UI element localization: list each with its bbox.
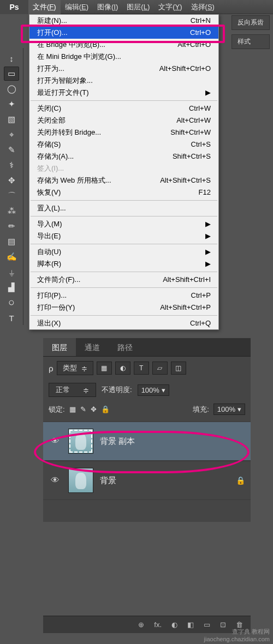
- tool-button[interactable]: ✥: [4, 173, 19, 188]
- menu-item[interactable]: 关闭全部Alt+Ctrl+W: [29, 115, 218, 127]
- blend-mode-dropdown[interactable]: 正常≑: [49, 383, 96, 397]
- layer-row[interactable]: 👁 背景 🔒: [43, 461, 251, 500]
- file-dropdown: 新建(N)...Ctrl+N打开(O)...Ctrl+O在 Bridge 中浏览…: [29, 14, 219, 330]
- footer-icon[interactable]: ◐: [171, 621, 177, 629]
- tab-channels[interactable]: 通道: [76, 338, 109, 356]
- menu-text[interactable]: 文字(Y): [154, 0, 186, 14]
- tool-button[interactable]: ⌒: [4, 189, 19, 203]
- menu-item[interactable]: 置入(L)...: [29, 202, 218, 214]
- chevron-down-icon: ▾: [162, 386, 165, 394]
- chevron-down-icon: ≑: [81, 364, 87, 372]
- chevron-down-icon: ≑: [83, 386, 89, 394]
- tool-button[interactable]: ↕: [4, 51, 19, 65]
- lock-transparent-icon[interactable]: ▦: [69, 405, 76, 413]
- tool-button[interactable]: ◯: [4, 82, 19, 96]
- menu-item: 签入(I)...: [29, 162, 218, 174]
- footer-icon[interactable]: fx.: [154, 621, 162, 629]
- footer-icon[interactable]: ⊕: [138, 621, 144, 629]
- menu-file[interactable]: 文件(F): [28, 0, 61, 14]
- right-button-1[interactable]: 反向系齿: [232, 15, 270, 30]
- filter-adjust-icon[interactable]: ◐: [115, 362, 130, 375]
- footer-icon[interactable]: ◧: [187, 621, 194, 629]
- menu-item[interactable]: 存储为(A)...Shift+Ctrl+S: [29, 151, 218, 162]
- filter-shape-icon[interactable]: ▱: [152, 362, 168, 375]
- fill-label: 填充:: [193, 405, 209, 414]
- filter-text-icon[interactable]: T: [134, 362, 149, 375]
- menu-item[interactable]: 脚本(R)▶: [29, 258, 218, 270]
- tool-button[interactable]: ▭: [4, 67, 19, 81]
- lock-icon: 🔒: [236, 476, 245, 485]
- tool-button[interactable]: ⌖: [4, 128, 19, 142]
- layer-name: 背景: [100, 476, 116, 486]
- layer-thumbnail[interactable]: [68, 468, 93, 493]
- menu-separator: [31, 244, 217, 244]
- menu-layer[interactable]: 图层(L): [122, 0, 154, 14]
- menu-item[interactable]: 在 Mini Bridge 中浏览(G)...: [29, 51, 218, 63]
- fill-value[interactable]: 100%▾: [213, 404, 245, 415]
- menu-item[interactable]: 打印一份(Y)Alt+Shift+Ctrl+P: [29, 302, 218, 314]
- tool-button[interactable]: ✦: [4, 97, 19, 111]
- lock-label: 锁定:: [49, 405, 65, 414]
- menu-item[interactable]: 恢复(V)F12: [29, 186, 218, 198]
- tool-button[interactable]: ✍: [4, 250, 19, 264]
- right-button-2[interactable]: 样式: [232, 34, 270, 49]
- lock-position-icon[interactable]: ✥: [91, 405, 97, 413]
- menu-item[interactable]: 退出(X)Ctrl+Q: [29, 317, 218, 329]
- filter-type-dropdown[interactable]: 类型≑: [57, 361, 93, 375]
- layer-row[interactable]: 👁 背景 副本: [43, 422, 251, 461]
- menu-select[interactable]: 选择(S): [187, 0, 219, 14]
- filter-icon: ρ: [49, 364, 54, 373]
- menubar: Ps 文件(F) 编辑(E) 图像(I) 图层(L) 文字(Y) 选择(S): [0, 0, 273, 14]
- panel-tabs: 图层 通道 路径: [43, 338, 251, 357]
- lock-all-icon[interactable]: 🔒: [101, 405, 110, 413]
- menu-item[interactable]: 关闭并转到 Bridge...Shift+Ctrl+W: [29, 127, 218, 139]
- menu-item[interactable]: 存储(S)Ctrl+S: [29, 139, 218, 151]
- tool-button[interactable]: ✎: [4, 143, 19, 157]
- menu-item[interactable]: 文件简介(F)...Alt+Shift+Ctrl+I: [29, 274, 218, 286]
- tab-layers[interactable]: 图层: [43, 338, 76, 356]
- layers-panel: 图层 通道 路径 ρ 类型≑ ▦ ◐ T ▱ ◫ 正常≑ 不透明度: 100%▾…: [43, 338, 251, 522]
- layer-thumbnail[interactable]: [68, 429, 93, 454]
- lock-pixels-icon[interactable]: ✎: [80, 405, 86, 413]
- menu-item[interactable]: 最近打开文件(T)▶: [29, 87, 218, 99]
- visibility-icon[interactable]: 👁: [49, 476, 62, 485]
- filter-row: ρ 类型≑ ▦ ◐ T ▱ ◫: [43, 357, 251, 380]
- opacity-value[interactable]: 100%▾: [138, 384, 169, 396]
- app-logo: Ps: [0, 0, 28, 14]
- layer-name: 背景 副本: [100, 436, 135, 447]
- menu-item[interactable]: 打开为智能对象...: [29, 75, 218, 87]
- tool-button[interactable]: ✏: [4, 219, 19, 233]
- menu-item[interactable]: 打印(P)...Ctrl+P: [29, 290, 218, 302]
- menu-image[interactable]: 图像(I): [93, 0, 122, 14]
- menu-edit[interactable]: 编辑(E): [61, 0, 93, 14]
- watermark: 查字典 教程网 jiaocheng.chazidian.com: [204, 628, 270, 643]
- tool-button[interactable]: T: [4, 311, 19, 325]
- menu-item[interactable]: 存储为 Web 所用格式...Alt+Shift+Ctrl+S: [29, 174, 218, 186]
- menu-item[interactable]: 打开(O)...Ctrl+O: [29, 27, 218, 39]
- tool-button[interactable]: ▧: [4, 112, 19, 127]
- tool-button[interactable]: ▟: [4, 280, 19, 294]
- menu-item[interactable]: 导出(E)▶: [29, 230, 218, 242]
- chevron-down-icon: ▾: [238, 405, 241, 413]
- menu-item[interactable]: 打开为...Alt+Shift+Ctrl+O: [29, 63, 218, 75]
- layer-list: 👁 背景 副本 👁 背景 🔒: [43, 418, 251, 522]
- tool-button[interactable]: ⏚: [4, 265, 19, 279]
- tool-button[interactable]: ੦: [4, 296, 19, 310]
- filter-pixel-icon[interactable]: ▦: [97, 362, 112, 375]
- menu-item[interactable]: 新建(N)...Ctrl+N: [29, 15, 218, 27]
- menu-item[interactable]: 导入(M)▶: [29, 218, 218, 230]
- tools-panel: ↕▭◯✦▧⌖✎⚕✥⌒⁂✏▤✍⏚▟੦T: [0, 48, 23, 325]
- visibility-icon[interactable]: 👁: [49, 436, 62, 446]
- tool-button[interactable]: ⁂: [4, 204, 19, 218]
- menu-separator: [31, 200, 217, 201]
- filter-smart-icon[interactable]: ◫: [171, 362, 186, 375]
- tab-paths[interactable]: 路径: [109, 338, 141, 356]
- menu-separator: [31, 216, 217, 216]
- menu-item[interactable]: 在 Bridge 中浏览(B)...Alt+Ctrl+O: [29, 39, 218, 51]
- menu-separator: [31, 287, 217, 288]
- tool-button[interactable]: ⚕: [4, 158, 19, 172]
- tool-button[interactable]: ▤: [4, 234, 19, 249]
- menu-item[interactable]: 关闭(C)Ctrl+W: [29, 103, 218, 115]
- menu-item[interactable]: 自动(U)▶: [29, 246, 218, 258]
- menu-separator: [31, 100, 217, 101]
